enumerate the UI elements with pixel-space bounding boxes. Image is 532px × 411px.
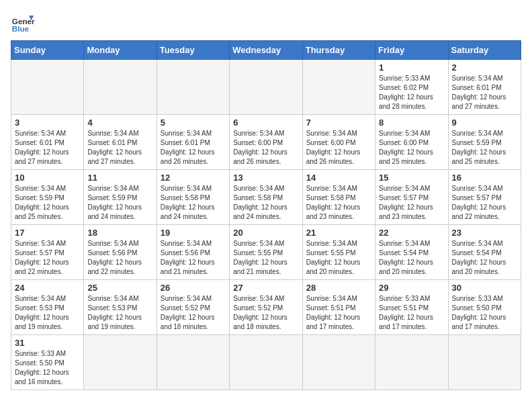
day-number: 11 bbox=[87, 173, 152, 183]
weekday-header-sunday: Sunday bbox=[11, 41, 84, 60]
day-info: Sunrise: 5:33 AM Sunset: 5:50 PM Dayligh… bbox=[15, 349, 80, 387]
day-info: Sunrise: 5:33 AM Sunset: 6:02 PM Dayligh… bbox=[379, 74, 444, 111]
logo-icon: General Blue bbox=[11, 11, 35, 35]
svg-text:Blue: Blue bbox=[12, 24, 30, 33]
calendar-cell: 29Sunrise: 5:33 AM Sunset: 5:51 PM Dayli… bbox=[375, 280, 448, 335]
calendar-cell: 27Sunrise: 5:34 AM Sunset: 5:52 PM Dayli… bbox=[230, 280, 302, 335]
day-number: 24 bbox=[15, 283, 80, 293]
day-number: 19 bbox=[161, 228, 226, 238]
day-number: 30 bbox=[452, 283, 517, 293]
calendar-cell: 3Sunrise: 5:34 AM Sunset: 6:01 PM Daylig… bbox=[11, 115, 84, 170]
day-number: 17 bbox=[15, 228, 80, 238]
day-number: 7 bbox=[306, 118, 371, 128]
day-number: 9 bbox=[452, 118, 517, 128]
calendar-cell: 7Sunrise: 5:34 AM Sunset: 6:00 PM Daylig… bbox=[302, 115, 375, 170]
page-header: General Blue bbox=[11, 11, 521, 35]
calendar-week-row: 31Sunrise: 5:33 AM Sunset: 5:50 PM Dayli… bbox=[11, 335, 521, 390]
day-number: 20 bbox=[233, 228, 298, 238]
calendar-cell: 25Sunrise: 5:34 AM Sunset: 5:53 PM Dayli… bbox=[84, 280, 157, 335]
calendar-cell bbox=[375, 335, 448, 390]
day-number: 4 bbox=[87, 118, 152, 128]
day-info: Sunrise: 5:34 AM Sunset: 5:55 PM Dayligh… bbox=[233, 239, 298, 277]
day-number: 29 bbox=[379, 283, 444, 293]
day-info: Sunrise: 5:34 AM Sunset: 5:58 PM Dayligh… bbox=[161, 184, 226, 222]
day-info: Sunrise: 5:34 AM Sunset: 5:51 PM Dayligh… bbox=[306, 294, 371, 332]
logo: General Blue bbox=[11, 11, 35, 35]
calendar-cell bbox=[157, 335, 229, 390]
calendar-cell: 16Sunrise: 5:34 AM Sunset: 5:57 PM Dayli… bbox=[448, 170, 521, 225]
day-info: Sunrise: 5:34 AM Sunset: 5:59 PM Dayligh… bbox=[452, 129, 517, 167]
calendar-cell: 23Sunrise: 5:34 AM Sunset: 5:54 PM Dayli… bbox=[448, 225, 521, 280]
day-number: 16 bbox=[452, 173, 517, 183]
day-info: Sunrise: 5:34 AM Sunset: 6:00 PM Dayligh… bbox=[379, 129, 444, 167]
day-info: Sunrise: 5:34 AM Sunset: 6:01 PM Dayligh… bbox=[87, 129, 152, 167]
calendar-table: SundayMondayTuesdayWednesdayThursdayFrid… bbox=[11, 40, 521, 390]
day-info: Sunrise: 5:34 AM Sunset: 5:52 PM Dayligh… bbox=[233, 294, 298, 332]
day-info: Sunrise: 5:34 AM Sunset: 5:58 PM Dayligh… bbox=[306, 184, 371, 222]
day-number: 15 bbox=[379, 173, 444, 183]
calendar-cell: 31Sunrise: 5:33 AM Sunset: 5:50 PM Dayli… bbox=[11, 335, 84, 390]
day-number: 23 bbox=[452, 228, 517, 238]
calendar-cell: 1Sunrise: 5:33 AM Sunset: 6:02 PM Daylig… bbox=[375, 60, 448, 115]
day-info: Sunrise: 5:34 AM Sunset: 5:56 PM Dayligh… bbox=[87, 239, 152, 277]
calendar-cell: 15Sunrise: 5:34 AM Sunset: 5:57 PM Dayli… bbox=[375, 170, 448, 225]
day-info: Sunrise: 5:34 AM Sunset: 5:57 PM Dayligh… bbox=[452, 184, 517, 222]
day-info: Sunrise: 5:34 AM Sunset: 5:53 PM Dayligh… bbox=[87, 294, 152, 332]
day-info: Sunrise: 5:33 AM Sunset: 5:51 PM Dayligh… bbox=[379, 294, 444, 332]
calendar-cell: 5Sunrise: 5:34 AM Sunset: 6:01 PM Daylig… bbox=[157, 115, 229, 170]
weekday-header-saturday: Saturday bbox=[448, 41, 521, 60]
day-number: 12 bbox=[161, 173, 226, 183]
calendar-cell: 2Sunrise: 5:34 AM Sunset: 6:01 PM Daylig… bbox=[448, 60, 521, 115]
weekday-header-row: SundayMondayTuesdayWednesdayThursdayFrid… bbox=[11, 41, 521, 60]
calendar-cell: 13Sunrise: 5:34 AM Sunset: 5:58 PM Dayli… bbox=[230, 170, 302, 225]
day-number: 13 bbox=[233, 173, 298, 183]
day-number: 6 bbox=[233, 118, 298, 128]
day-info: Sunrise: 5:34 AM Sunset: 5:58 PM Dayligh… bbox=[233, 184, 298, 222]
calendar-cell: 12Sunrise: 5:34 AM Sunset: 5:58 PM Dayli… bbox=[157, 170, 229, 225]
calendar-cell: 30Sunrise: 5:33 AM Sunset: 5:50 PM Dayli… bbox=[448, 280, 521, 335]
calendar-cell: 21Sunrise: 5:34 AM Sunset: 5:55 PM Dayli… bbox=[302, 225, 375, 280]
day-info: Sunrise: 5:34 AM Sunset: 5:54 PM Dayligh… bbox=[379, 239, 444, 277]
calendar-cell bbox=[302, 60, 375, 115]
day-number: 14 bbox=[306, 173, 371, 183]
calendar-cell bbox=[302, 335, 375, 390]
calendar-cell: 28Sunrise: 5:34 AM Sunset: 5:51 PM Dayli… bbox=[302, 280, 375, 335]
day-info: Sunrise: 5:34 AM Sunset: 5:56 PM Dayligh… bbox=[161, 239, 226, 277]
calendar-cell bbox=[84, 335, 157, 390]
day-info: Sunrise: 5:34 AM Sunset: 5:59 PM Dayligh… bbox=[87, 184, 152, 222]
weekday-header-friday: Friday bbox=[375, 41, 448, 60]
calendar-cell bbox=[448, 335, 521, 390]
day-number: 1 bbox=[379, 62, 444, 73]
day-number: 8 bbox=[379, 118, 444, 128]
calendar-cell bbox=[230, 60, 302, 115]
calendar-cell: 10Sunrise: 5:34 AM Sunset: 5:59 PM Dayli… bbox=[11, 170, 84, 225]
weekday-header-monday: Monday bbox=[84, 41, 157, 60]
day-info: Sunrise: 5:34 AM Sunset: 6:01 PM Dayligh… bbox=[161, 129, 226, 167]
day-info: Sunrise: 5:34 AM Sunset: 6:01 PM Dayligh… bbox=[15, 129, 80, 167]
calendar-week-row: 24Sunrise: 5:34 AM Sunset: 5:53 PM Dayli… bbox=[11, 280, 521, 335]
calendar-cell: 14Sunrise: 5:34 AM Sunset: 5:58 PM Dayli… bbox=[302, 170, 375, 225]
weekday-header-tuesday: Tuesday bbox=[157, 41, 229, 60]
calendar-cell: 6Sunrise: 5:34 AM Sunset: 6:00 PM Daylig… bbox=[230, 115, 302, 170]
calendar-cell bbox=[157, 60, 229, 115]
day-info: Sunrise: 5:34 AM Sunset: 5:57 PM Dayligh… bbox=[15, 239, 80, 277]
day-info: Sunrise: 5:34 AM Sunset: 6:00 PM Dayligh… bbox=[306, 129, 371, 167]
day-number: 25 bbox=[87, 283, 152, 293]
day-info: Sunrise: 5:34 AM Sunset: 6:01 PM Dayligh… bbox=[452, 74, 517, 111]
day-info: Sunrise: 5:34 AM Sunset: 5:55 PM Dayligh… bbox=[306, 239, 371, 277]
day-number: 5 bbox=[161, 118, 226, 128]
calendar-cell: 22Sunrise: 5:34 AM Sunset: 5:54 PM Dayli… bbox=[375, 225, 448, 280]
calendar-cell: 26Sunrise: 5:34 AM Sunset: 5:52 PM Dayli… bbox=[157, 280, 229, 335]
weekday-header-thursday: Thursday bbox=[302, 41, 375, 60]
calendar-week-row: 17Sunrise: 5:34 AM Sunset: 5:57 PM Dayli… bbox=[11, 225, 521, 280]
day-info: Sunrise: 5:34 AM Sunset: 5:57 PM Dayligh… bbox=[379, 184, 444, 222]
calendar-cell: 18Sunrise: 5:34 AM Sunset: 5:56 PM Dayli… bbox=[84, 225, 157, 280]
calendar-cell bbox=[230, 335, 302, 390]
calendar-cell: 20Sunrise: 5:34 AM Sunset: 5:55 PM Dayli… bbox=[230, 225, 302, 280]
day-number: 3 bbox=[15, 118, 80, 128]
day-number: 28 bbox=[306, 283, 371, 293]
day-number: 21 bbox=[306, 228, 371, 238]
day-number: 2 bbox=[452, 62, 517, 73]
calendar-week-row: 3Sunrise: 5:34 AM Sunset: 6:01 PM Daylig… bbox=[11, 115, 521, 170]
day-number: 18 bbox=[87, 228, 152, 238]
